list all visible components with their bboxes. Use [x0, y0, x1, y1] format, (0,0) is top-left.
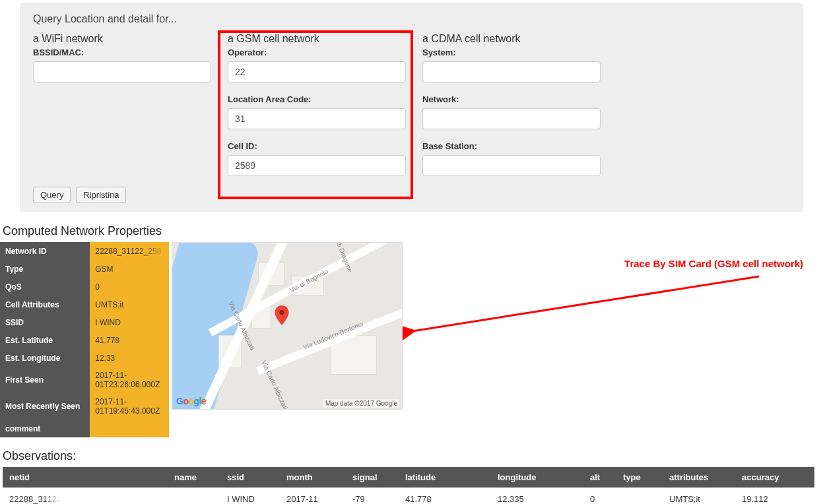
query-panel: Query Location and detail for... a WiFi … — [20, 3, 803, 212]
annotation-text: Trace By SIM Card (GSM cell network) — [624, 258, 803, 269]
prop-key: Est. Longitude — [0, 349, 90, 367]
th-longitude[interactable]: longitude — [491, 467, 583, 488]
lac-label: Location Area Code: — [228, 94, 409, 104]
prop-key: Type — [0, 260, 90, 278]
prop-key: Most Recently Seen — [0, 393, 90, 420]
th-name[interactable]: name — [168, 467, 220, 488]
annotation-arrow-icon — [403, 268, 772, 348]
bssid-label: BSSID/MAC: — [33, 47, 214, 57]
prop-key: Cell Attributes — [0, 296, 90, 313]
th-month[interactable]: month — [280, 467, 346, 488]
system-label: System: — [422, 47, 604, 57]
th-netid[interactable]: netid — [3, 467, 168, 488]
bssid-input[interactable] — [33, 61, 211, 82]
lac-input[interactable] — [228, 108, 406, 129]
prop-key: First Seen — [0, 367, 90, 393]
td-signal: -79 — [346, 488, 399, 504]
map-pin-icon — [275, 305, 289, 325]
wifi-heading: a WiFi network — [33, 33, 214, 45]
prop-key: Est. Latitude — [0, 331, 90, 349]
prop-val: I WIND — [90, 313, 169, 331]
prop-val: 2017-11-01T23:26:06.000Z — [90, 367, 169, 393]
query-columns: a WiFi network BSSID/MAC: a GSM cell net… — [33, 33, 790, 176]
th-type[interactable]: type — [616, 467, 663, 488]
observations-heading: Observations: — [3, 449, 823, 463]
td-longitude: 12.335 — [491, 488, 583, 504]
props-map-row: Network ID22288_31122_258 TypeGSM QoS0 C… — [0, 242, 823, 437]
td-attributes: UMTS;it — [663, 488, 735, 504]
computed-heading: Computed Network Properties — [3, 224, 823, 238]
properties-table: Network ID22288_31122_258 TypeGSM QoS0 C… — [0, 242, 169, 437]
prop-val: 12.33 — [90, 349, 169, 367]
observations-table: netid name ssid month signal latitude lo… — [3, 467, 814, 504]
table-row: 22288_31122_258 I WIND 2017-11 -79 41.77… — [3, 488, 814, 504]
gsm-heading: a GSM cell network — [228, 33, 409, 45]
wifi-column: a WiFi network BSSID/MAC: — [33, 33, 228, 176]
network-input[interactable] — [422, 108, 601, 129]
td-netid: 22288_31122_258 — [3, 488, 168, 504]
prop-key: Network ID — [0, 242, 90, 260]
basestation-input[interactable] — [422, 155, 601, 176]
prop-key: comment — [0, 420, 90, 437]
prop-val: 22288_31122_258 — [90, 242, 169, 260]
td-alt: 0 — [583, 488, 616, 504]
th-alt[interactable]: alt — [583, 467, 616, 488]
prop-key: SSID — [0, 313, 90, 331]
td-type — [616, 488, 663, 504]
th-latitude[interactable]: latitude — [399, 467, 491, 488]
prop-val — [90, 420, 169, 437]
prop-key: QoS — [0, 278, 90, 296]
prop-val: GSM — [90, 260, 169, 278]
prop-val: 41.778 — [90, 331, 169, 349]
svg-line-1 — [412, 276, 759, 331]
th-signal[interactable]: signal — [346, 467, 399, 488]
td-name — [168, 488, 220, 504]
cdma-heading: a CDMA cell network — [422, 33, 604, 45]
cellid-label: Cell ID: — [228, 141, 409, 151]
gsm-column: a GSM cell network Operator: Location Ar… — [228, 33, 422, 176]
td-latitude: 41.778 — [399, 488, 491, 504]
td-accuracy: 19.112 — [735, 488, 814, 504]
cellid-input[interactable] — [228, 155, 406, 176]
prop-val: 0 — [90, 278, 169, 296]
reset-button[interactable]: Ripristina — [76, 187, 126, 203]
map[interactable]: Via di Dragone Via di Bagnolo Via Carlo … — [172, 242, 403, 410]
system-input[interactable] — [422, 61, 601, 82]
map-attribution: Map data ©2017 Google — [323, 399, 399, 408]
button-row: Query Ripristina — [33, 187, 790, 203]
th-ssid[interactable]: ssid — [220, 467, 280, 488]
th-accuracy[interactable]: accuracy — [735, 467, 814, 488]
operator-label: Operator: — [228, 47, 409, 57]
prop-val: 2017-11-01T19:45:43.000Z — [90, 393, 169, 420]
table-header-row: netid name ssid month signal latitude lo… — [3, 467, 814, 488]
google-logo: Google — [176, 396, 206, 406]
cdma-column: a CDMA cell network System: Network: Bas… — [422, 33, 617, 176]
svg-point-0 — [279, 310, 284, 315]
th-attributes[interactable]: attributes — [663, 467, 735, 488]
td-month: 2017-11 — [280, 488, 346, 504]
td-ssid: I WIND — [220, 488, 280, 504]
basestation-label: Base Station: — [422, 141, 604, 151]
panel-title: Query Location and detail for... — [33, 13, 790, 25]
prop-val: UMTS;it — [90, 296, 169, 313]
query-button[interactable]: Query — [33, 187, 71, 203]
network-label: Network: — [422, 94, 604, 104]
operator-input[interactable] — [228, 61, 406, 82]
